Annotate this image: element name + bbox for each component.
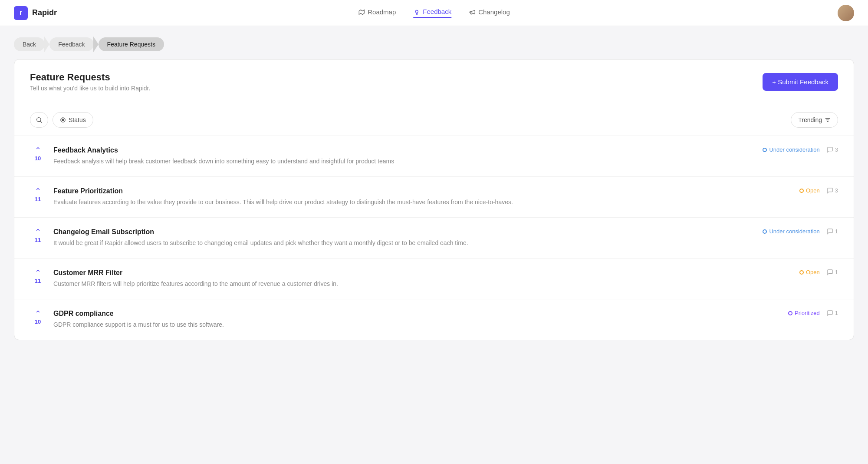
upvote-button[interactable]: ⌃ <box>35 310 41 318</box>
status-dot <box>763 229 767 234</box>
breadcrumb-feedback[interactable]: Feedback <box>49 37 93 51</box>
feed-meta: Prioritized 1 <box>751 310 838 316</box>
status-filter-button[interactable]: Status <box>53 112 93 128</box>
feed-item-title[interactable]: GDPR compliance <box>53 310 743 318</box>
status-badge: Prioritized <box>788 310 820 316</box>
comment-icon <box>827 228 833 235</box>
feed-item-description: It would be great if Rapidr allowed user… <box>53 239 743 248</box>
feed-item-description: Feedback analysis will help break custom… <box>53 157 743 166</box>
avatar[interactable] <box>838 5 854 21</box>
feed-item: ⌃ 10 GDPR compliance GDPR compliance sup… <box>14 299 854 340</box>
status-circle-icon <box>60 117 66 123</box>
comment-count-label: 1 <box>835 269 838 275</box>
status-badge: Under consideration <box>763 146 819 153</box>
comment-count-label: 1 <box>835 228 838 235</box>
feed-content: GDPR compliance GDPR compliance support … <box>53 310 743 329</box>
status-badge: Open <box>799 187 820 194</box>
vote-col: ⌃ 11 <box>30 269 46 284</box>
feed-content: Feedback Analytics Feedback analysis wil… <box>53 146 743 166</box>
feed-item-title[interactable]: Customer MRR Filter <box>53 269 743 277</box>
feed-content: Changelog Email Subscription It would be… <box>53 228 743 248</box>
comment-count[interactable]: 1 <box>827 310 838 316</box>
breadcrumb-back[interactable]: Back <box>14 37 45 51</box>
trending-sort-button[interactable]: Trending <box>791 112 838 128</box>
feed-meta: Under consideration 3 <box>751 146 838 153</box>
vote-col: ⌃ 10 <box>30 146 46 162</box>
comment-count-label: 1 <box>835 310 838 316</box>
megaphone-icon <box>469 9 476 16</box>
feed-item-description: Evaluate features according to the value… <box>53 198 743 207</box>
vote-count: 10 <box>35 318 41 325</box>
status-label: Under consideration <box>769 146 819 153</box>
status-dot <box>799 189 804 193</box>
page-header-left: Feature Requests Tell us what you'd like… <box>30 72 150 92</box>
feed-item-description: Customer MRR filters will help prioritiz… <box>53 279 743 288</box>
filter-left: Status <box>30 112 93 128</box>
search-icon <box>36 116 43 123</box>
comment-count[interactable]: 1 <box>827 228 838 235</box>
comment-icon <box>827 269 833 275</box>
status-label: Prioritized <box>795 310 820 316</box>
svg-point-3 <box>62 119 64 121</box>
upvote-button[interactable]: ⌃ <box>35 228 41 236</box>
vote-col: ⌃ 11 <box>30 228 46 243</box>
comment-icon <box>827 310 833 316</box>
vote-count: 10 <box>35 155 41 162</box>
vote-col: ⌃ 11 <box>30 187 46 202</box>
status-dot <box>799 270 804 275</box>
comment-count[interactable]: 3 <box>827 146 838 153</box>
feed-item-description: GDPR compliance support is a must for us… <box>53 320 743 329</box>
top-nav: r Rapidr Roadmap Feedback Changelog <box>0 0 868 26</box>
submit-feedback-button[interactable]: + Submit Feedback <box>763 73 838 91</box>
page-subtitle: Tell us what you'd like us to build into… <box>30 85 150 92</box>
feed-content: Customer MRR Filter Customer MRR filters… <box>53 269 743 288</box>
upvote-button[interactable]: ⌃ <box>35 146 41 154</box>
vote-count: 11 <box>35 237 41 243</box>
feed-content: Feature Prioritization Evaluate features… <box>53 187 743 207</box>
comment-icon <box>827 187 833 194</box>
feed-item: ⌃ 11 Feature Prioritization Evaluate fea… <box>14 177 854 218</box>
comment-count[interactable]: 1 <box>827 269 838 275</box>
page-title: Feature Requests <box>30 72 150 83</box>
upvote-button[interactable]: ⌃ <box>35 187 41 195</box>
feed-item-title[interactable]: Changelog Email Subscription <box>53 228 743 236</box>
status-label: Open <box>806 269 820 275</box>
feed-meta: Open 1 <box>751 269 838 275</box>
comment-count-label: 3 <box>835 187 838 194</box>
comment-count[interactable]: 3 <box>827 187 838 194</box>
status-dot <box>788 311 792 315</box>
feed-item: ⌃ 11 Customer MRR Filter Customer MRR fi… <box>14 259 854 299</box>
status-badge: Open <box>799 269 820 275</box>
breadcrumb-feature-requests[interactable]: Feature Requests <box>99 37 164 51</box>
comment-count-label: 3 <box>835 146 838 153</box>
vote-col: ⌃ 10 <box>30 310 46 325</box>
nav-item-changelog[interactable]: Changelog <box>469 8 510 17</box>
status-label: Under consideration <box>769 228 819 235</box>
nav-item-feedback[interactable]: Feedback <box>413 8 451 18</box>
feed-item: ⌃ 11 Changelog Email Subscription It wou… <box>14 218 854 259</box>
feed-meta: Under consideration 1 <box>751 228 838 235</box>
feed-item: ⌃ 10 Feedback Analytics Feedback analysi… <box>14 136 854 177</box>
sort-icon <box>825 117 831 123</box>
status-dot <box>763 148 767 152</box>
logo-icon: r <box>14 6 28 20</box>
app-name: Rapidr <box>32 8 57 17</box>
vote-count: 11 <box>35 278 41 284</box>
feed-item-title[interactable]: Feedback Analytics <box>53 146 743 154</box>
filter-bar: Status Trending <box>14 104 854 136</box>
breadcrumb-sep-2 <box>93 36 99 52</box>
status-label: Open <box>806 187 820 194</box>
upvote-button[interactable]: ⌃ <box>35 269 41 277</box>
breadcrumb: Back Feedback Feature Requests <box>0 26 868 59</box>
vote-count: 11 <box>35 196 41 202</box>
svg-line-1 <box>40 121 42 123</box>
svg-point-0 <box>37 118 41 122</box>
feed-list: ⌃ 10 Feedback Analytics Feedback analysi… <box>14 136 854 340</box>
nav-center: Roadmap Feedback Changelog <box>358 8 510 18</box>
comment-icon <box>827 146 833 153</box>
nav-item-roadmap[interactable]: Roadmap <box>358 8 396 17</box>
status-badge: Under consideration <box>763 228 819 235</box>
search-button[interactable] <box>30 112 48 128</box>
feed-item-title[interactable]: Feature Prioritization <box>53 187 743 195</box>
logo-area[interactable]: r Rapidr <box>14 6 57 20</box>
